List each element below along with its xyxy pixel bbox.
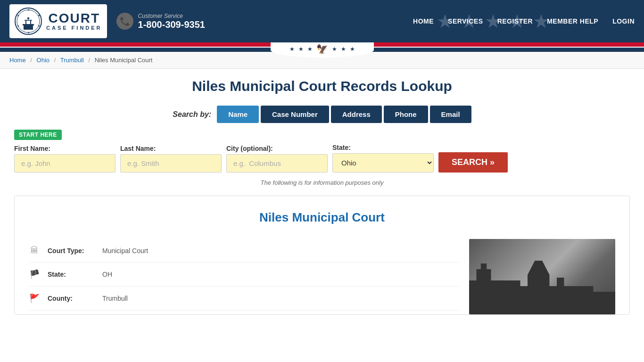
bg-star-3: ★ (485, 10, 502, 32)
site-logo[interactable]: ★ ★ ★ ★ ★ ★ COURT CASE FINDER (9, 4, 107, 38)
banner-star-6: ★ (350, 46, 355, 52)
tab-case-number[interactable]: Case Number (261, 106, 329, 123)
start-here-badge: START HERE (14, 130, 62, 140)
banner-star-2: ★ (298, 46, 304, 52)
breadcrumb-sep-2: / (54, 57, 56, 64)
nav-home[interactable]: HOME (413, 17, 434, 25)
state-icon: 🏴 (29, 269, 40, 280)
state-select[interactable]: Ohio Alabama Alaska Arizona Arkansas Cal… (332, 153, 434, 173)
svg-text:★: ★ (38, 14, 40, 17)
svg-rect-10 (25, 20, 26, 24)
breadcrumb-current: Niles Municipal Court (95, 57, 153, 64)
breadcrumb-sep-3: / (88, 57, 90, 64)
city-group: City (optional): (226, 145, 328, 173)
county-row: 🚩 County: Trumbull (29, 287, 460, 311)
logo-court-text: COURT (49, 12, 100, 25)
state-label: State: (48, 271, 95, 278)
county-label: County: (48, 295, 95, 302)
customer-service-label: Customer Service (138, 13, 205, 19)
court-image (469, 239, 615, 314)
state-row: 🏴 State: OH (29, 263, 460, 287)
search-by-row: Search by: Name Case Number Address Phon… (14, 106, 630, 123)
main-content: Niles Municipal Court Records Lookup Sea… (0, 69, 644, 324)
svg-rect-9 (23, 24, 34, 25)
bg-star-2: ★ (461, 10, 478, 32)
svg-text:★: ★ (27, 31, 30, 34)
court-type-row: 🏛 Court Type: Municipal Court (29, 239, 460, 263)
nav-member-help[interactable]: MEMBER HELP (547, 17, 598, 25)
patriotic-banner: ★ ★ ★ 🦅 ★ ★ ★ (0, 42, 644, 52)
tab-address[interactable]: Address (331, 106, 382, 123)
site-header: ★ ★ ★ ★ ★ ★ ★ ★ ★ ★ ★ (0, 0, 644, 42)
search-by-label: Search by: (173, 110, 211, 119)
svg-rect-11 (30, 20, 31, 24)
customer-service-phone: 1-800-309-9351 (138, 19, 205, 30)
bg-star-4: ★ (509, 10, 526, 32)
banner-star-4: ★ (332, 46, 337, 52)
state-value: OH (102, 271, 112, 278)
bg-star-5: ★ (533, 10, 550, 32)
logo-case-finder-text: CASE FINDER (46, 25, 102, 31)
banner-star-1: ★ (289, 46, 295, 52)
banner-star-3: ★ (307, 46, 313, 52)
customer-service: 📞 Customer Service 1-800-309-9351 (116, 13, 205, 30)
nav-login[interactable]: LOGIN (612, 17, 635, 25)
eagle-icon: 🦅 (316, 43, 328, 55)
svg-text:★: ★ (17, 25, 19, 27)
court-image-placeholder (469, 239, 615, 314)
svg-text:★: ★ (38, 25, 40, 27)
court-type-value: Municipal Court (102, 247, 148, 255)
banner-stars-container: ★ ★ ★ 🦅 ★ ★ ★ (271, 42, 374, 58)
bg-star-1: ★ (437, 10, 454, 32)
city-input[interactable] (226, 154, 328, 173)
building-silhouette (469, 258, 615, 314)
search-form: First Name: Last Name: City (optional): … (14, 144, 630, 173)
breadcrumb-ohio[interactable]: Ohio (37, 57, 50, 64)
court-type-icon: 🏛 (29, 246, 40, 255)
svg-rect-8 (24, 25, 33, 30)
last-name-group: Last Name: (120, 145, 222, 173)
last-name-input[interactable] (120, 154, 222, 173)
logo-text: COURT CASE FINDER (46, 12, 102, 31)
breadcrumb-trumbull[interactable]: Trumbull (60, 57, 84, 64)
court-details: 🏛 Court Type: Municipal Court 🏴 State: O… (29, 239, 615, 314)
last-name-label: Last Name: (120, 145, 222, 152)
city-label: City (optional): (226, 145, 328, 152)
first-name-label: First Name: (14, 145, 116, 152)
header-bg-stars: ★ ★ ★ ★ ★ (437, 0, 550, 42)
breadcrumb-home[interactable]: Home (9, 57, 26, 64)
breadcrumb-sep-1: / (30, 57, 32, 64)
search-button[interactable]: SEARCH » (438, 152, 508, 173)
county-icon: 🚩 (29, 293, 40, 304)
court-type-label: Court Type: (48, 247, 95, 255)
svg-text:★: ★ (17, 14, 19, 17)
page-title: Niles Municipal Court Records Lookup (14, 78, 630, 94)
court-card-title: Niles Municipal Court (29, 210, 615, 225)
logo-emblem-icon: ★ ★ ★ ★ ★ ★ (14, 7, 42, 35)
phone-icon: 📞 (116, 13, 133, 30)
court-details-left: 🏛 Court Type: Municipal Court 🏴 State: O… (29, 239, 460, 314)
tab-name[interactable]: Name (217, 106, 259, 123)
court-info-card: Niles Municipal Court 🏛 Court Type: Muni… (14, 196, 630, 315)
banner-star-5: ★ (341, 46, 346, 52)
customer-service-text: Customer Service 1-800-309-9351 (138, 13, 205, 30)
state-group: State: Ohio Alabama Alaska Arizona Arkan… (332, 144, 434, 173)
first-name-group: First Name: (14, 145, 116, 173)
tab-phone[interactable]: Phone (384, 106, 428, 123)
county-value: Trumbull (102, 295, 128, 302)
state-label: State: (332, 144, 434, 151)
svg-point-0 (15, 8, 41, 34)
header-left: ★ ★ ★ ★ ★ ★ COURT CASE FINDER (9, 4, 205, 38)
svg-text:★: ★ (27, 8, 30, 11)
first-name-input[interactable] (14, 154, 116, 173)
svg-rect-14 (27, 17, 29, 19)
info-note: The following is for information purpose… (14, 179, 630, 186)
tab-email[interactable]: Email (430, 106, 471, 123)
